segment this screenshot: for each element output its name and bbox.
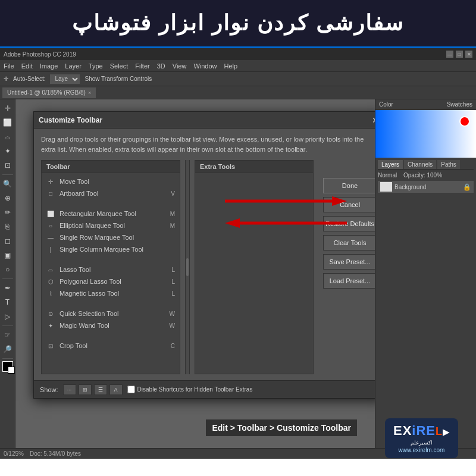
show-icon-btn-dots[interactable]: ··· [63, 384, 76, 395]
tool-item-single-row[interactable]: — Single Row Marquee Tool [42, 231, 180, 243]
tool-move[interactable]: ✛ [1, 102, 14, 115]
show-icon-btn-label[interactable]: A [109, 384, 123, 395]
done-button[interactable]: Done [323, 178, 375, 193]
menu-filter[interactable]: Filter [135, 62, 149, 70]
tool-item-move[interactable]: ✛ Move Tool [42, 176, 180, 187]
color-swatch-area[interactable] [375, 110, 476, 158]
tool-item-rect-marquee[interactable]: ⬜ Rectangular Marquee Tool M [42, 208, 180, 220]
dialog-bottombar: Show: ··· ⊞ ☰ A Disable Shortcuts for Hi… [34, 380, 375, 398]
svg-marker-3 [225, 218, 240, 228]
tool-item-crop[interactable]: ⊡ Crop Tool C [42, 340, 180, 352]
tool-pen[interactable]: ✒ [1, 281, 14, 295]
mag-lasso-icon: ⌇ [46, 289, 55, 298]
tool-item-poly-lasso[interactable]: ⬡ Polygonal Lasso Tool L [42, 275, 180, 287]
single-row-icon: — [46, 233, 55, 242]
tool-spot-heal[interactable]: ⊕ [1, 192, 14, 205]
minimize-button[interactable]: — [446, 51, 453, 58]
poly-lasso-shortcut: L [171, 278, 175, 285]
tool-list-separator-1 [42, 203, 180, 208]
quick-select-icon: ⊙ [46, 309, 55, 318]
menu-file[interactable]: File [4, 62, 14, 70]
tool-shape[interactable]: ▷ [1, 310, 14, 323]
tool-group-lasso: ⌓ Lasso Tool L ⬡ Polygonal Lasso Tool L [42, 264, 180, 299]
tool-separator-2 [2, 278, 13, 279]
clear-tools-button[interactable]: Clear Tools [323, 235, 375, 250]
tool-hand[interactable]: ☞ [1, 328, 14, 342]
banner-text: سفارشی کردن نوار ابزار فتوشاپ [72, 11, 404, 35]
ps-canvas-area: Customize Toolbar ✕ Drag and drop tools … [15, 99, 375, 448]
document-tab[interactable]: Untitled-1 @ 0/185% (RGB/8) × [2, 87, 96, 98]
tool-brush[interactable]: ✏ [1, 206, 14, 219]
disable-shortcuts-checkbox-label[interactable]: Disable Shortcuts for Hidden Toolbar Ext… [127, 386, 253, 393]
tool-item-magic-wand[interactable]: ✦ Magic Wand Tool W [42, 320, 180, 331]
dialog-title: Customize Toolbar [39, 116, 102, 124]
tool-crop[interactable]: ⊡ [1, 159, 14, 172]
mag-lasso-name: Magnetic Lasso Tool [60, 290, 119, 297]
show-icon-btn-list[interactable]: ☰ [94, 384, 107, 395]
disable-shortcuts-checkbox[interactable] [127, 386, 135, 393]
show-icon-btn-grid[interactable]: ⊞ [79, 384, 92, 395]
dialog-buttons: Done Cancel Restore Defaults Clear Tools… [323, 160, 375, 374]
tool-lasso[interactable]: ⌓ [1, 130, 14, 143]
panel-divider[interactable] [185, 160, 190, 374]
crop-icon: ⊡ [46, 342, 55, 350]
menu-view[interactable]: View [173, 62, 187, 70]
cancel-button[interactable]: Cancel [323, 197, 375, 212]
tab-channels[interactable]: Channels [404, 160, 436, 169]
dialog-close-button[interactable]: ✕ [372, 115, 375, 125]
tool-zoom[interactable]: 🔎 [1, 343, 14, 356]
tool-eyedropper[interactable]: 🔍 [1, 177, 14, 190]
tool-gradient[interactable]: ▣ [1, 249, 14, 262]
tool-clone[interactable]: ⎘ [1, 220, 14, 233]
toolbar-panel: Toolbar ✛ Move Tool [41, 160, 180, 374]
maximize-button[interactable]: □ [456, 51, 463, 58]
swatches-tab[interactable]: Swatches [447, 101, 472, 108]
ps-window: Adobe Photoshop CC 2019 — □ ✕ File Edit … [0, 48, 476, 459]
top-banner: سفارشی کردن نوار ابزار فتوشاپ [0, 0, 476, 48]
menu-help[interactable]: Help [224, 62, 238, 70]
menu-layer[interactable]: Layer [65, 62, 82, 70]
tool-item-lasso[interactable]: ⌓ Lasso Tool L [42, 264, 180, 275]
restore-defaults-button[interactable]: Restore Defaults [323, 216, 375, 231]
tool-item-single-col[interactable]: | Single Column Marquee Tool [42, 243, 180, 255]
menu-window[interactable]: Window [193, 62, 217, 70]
menu-select[interactable]: Select [110, 62, 129, 70]
options-transform-label: Show Transform Controls [84, 76, 152, 82]
divider-handle [186, 258, 189, 276]
dialog-content: Toolbar ✛ Move Tool [41, 160, 375, 374]
tool-wand[interactable]: ✦ [1, 145, 14, 158]
color-tab[interactable]: Color [379, 101, 393, 108]
fg-color-swatch[interactable] [2, 361, 13, 372]
tool-item-mag-lasso[interactable]: ⌇ Magnetic Lasso Tool L [42, 287, 180, 299]
dialog-body: Drag and drop tools or their groupings i… [34, 129, 375, 380]
menu-3d[interactable]: 3D [157, 62, 165, 70]
menu-image[interactable]: Image [40, 62, 58, 70]
tab-layers[interactable]: Layers [378, 160, 403, 169]
show-icons: ··· ⊞ ☰ A [63, 384, 123, 395]
document-tab-close[interactable]: × [88, 90, 91, 96]
ps-main: ✛ ⬜ ⌓ ✦ ⊡ 🔍 ⊕ ✏ ⎘ ◻ ▣ ○ ✒ T ▷ ☞ 🔎 [0, 99, 476, 448]
menu-type[interactable]: Type [89, 62, 103, 70]
tool-item-ellip-marquee[interactable]: ○ Elliptical Marquee Tool M [42, 220, 180, 231]
tool-text[interactable]: T [1, 296, 14, 309]
crop-name: Crop Tool [60, 342, 87, 349]
tool-item-quick-select[interactable]: ⊙ Quick Selection Tool W [42, 308, 180, 320]
dialog-titlebar: Customize Toolbar ✕ [34, 112, 375, 129]
menu-edit[interactable]: Edit [21, 62, 33, 70]
color-panel-header: Color Swatches [375, 99, 476, 110]
close-button[interactable]: ✕ [465, 51, 472, 58]
layer-lock-icon: 🔒 [463, 183, 471, 191]
tool-marquee[interactable]: ⬜ [1, 116, 14, 129]
layer-item-background[interactable]: Background 🔒 [378, 181, 474, 193]
move-tool-icon: ✛ [46, 177, 55, 186]
tool-eraser[interactable]: ◻ [1, 234, 14, 248]
tool-separator-1 [2, 174, 13, 175]
load-preset-button[interactable]: Load Preset... [323, 273, 375, 289]
tab-paths[interactable]: Paths [437, 160, 460, 169]
save-preset-button[interactable]: Save Preset... [323, 254, 375, 270]
magic-wand-shortcut: W [170, 322, 175, 329]
tool-dodge[interactable]: ○ [1, 263, 14, 276]
rect-marquee-icon: ⬜ [46, 209, 55, 218]
tool-item-artboard[interactable]: □ Artboard Tool V [42, 187, 180, 199]
options-auto-select-dropdown[interactable]: Layer [50, 74, 80, 84]
